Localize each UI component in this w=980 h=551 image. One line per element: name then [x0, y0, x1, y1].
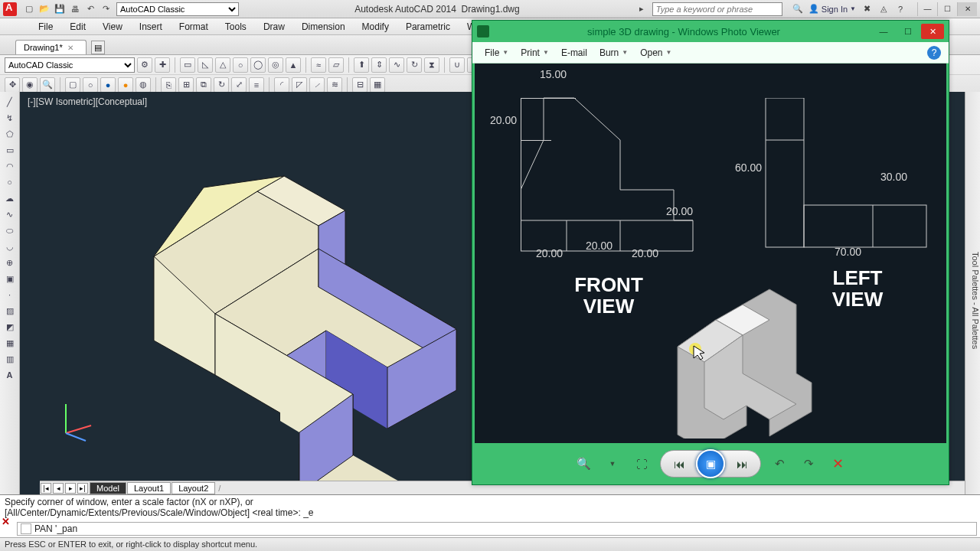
tool-palettes-bar[interactable]: Tool Palettes - All Palettes: [965, 92, 980, 494]
loft-icon[interactable]: ⧗: [424, 57, 439, 73]
menu-file[interactable]: File: [31, 20, 60, 34]
pv-menu-email[interactable]: E-mail: [557, 45, 592, 60]
zoom-dropdown-icon[interactable]: ▼: [602, 453, 623, 474]
exchange-icon[interactable]: ✖: [861, 3, 873, 15]
menu-format[interactable]: Format: [172, 20, 216, 34]
menu-insert[interactable]: Insert: [132, 20, 170, 34]
rect-icon[interactable]: ▭: [180, 57, 195, 73]
rotate-cw-icon[interactable]: ↷: [798, 453, 819, 474]
pv-image-area[interactable]: 15.00 20.00 20.00 20.00 20.00 20.00 FRON…: [475, 64, 946, 443]
search-icon[interactable]: 🔍: [792, 3, 804, 15]
circle-icon[interactable]: ○: [3, 175, 17, 189]
tool-icon[interactable]: ⚙: [137, 57, 152, 73]
mirror-icon[interactable]: ⧉: [196, 77, 211, 93]
menu-edit[interactable]: Edit: [62, 20, 93, 34]
presspull-icon[interactable]: ⇕: [371, 57, 387, 73]
tab-layout2[interactable]: Layout2: [172, 482, 215, 494]
stayconnected-icon[interactable]: ◬: [877, 3, 890, 15]
tab-nav-first[interactable]: |◂: [41, 483, 51, 494]
pv-minimize-button[interactable]: —: [872, 24, 895, 39]
undo-icon[interactable]: ↶: [84, 3, 96, 15]
line-icon[interactable]: ╱: [3, 95, 17, 109]
sphere-blue-icon[interactable]: ●: [100, 77, 116, 93]
ellipse-icon[interactable]: ⬭: [3, 223, 17, 237]
command-input[interactable]: PAN '_pan: [17, 522, 977, 536]
extrude-icon[interactable]: ⬆: [354, 57, 369, 73]
planar-icon[interactable]: ▱: [328, 57, 344, 73]
save-icon[interactable]: 💾: [54, 3, 66, 15]
fillet-icon[interactable]: ◜: [274, 77, 289, 93]
pv-menu-open[interactable]: Open▼: [635, 45, 676, 60]
menu-tools[interactable]: Tools: [217, 20, 254, 34]
table-icon[interactable]: ▥: [3, 352, 17, 366]
menu-dimension[interactable]: Dimension: [294, 20, 353, 34]
chamfer-icon[interactable]: ◸: [292, 77, 307, 93]
signin-button[interactable]: 👤Sign In▼: [808, 4, 856, 14]
slideshow-button[interactable]: ▣: [696, 449, 725, 478]
pv-menu-file[interactable]: File▼: [480, 45, 513, 60]
document-tab[interactable]: Drawing1* ✕: [15, 40, 87, 54]
caret-icon[interactable]: ▸: [635, 3, 648, 15]
wedge-icon[interactable]: ◺: [198, 57, 213, 73]
menu-draw[interactable]: Draw: [256, 20, 292, 34]
fit-icon[interactable]: ⛶: [631, 453, 652, 474]
arc-icon[interactable]: ◠: [3, 159, 17, 173]
thicken-icon[interactable]: ≋: [327, 77, 342, 93]
maximize-button[interactable]: ☐: [937, 2, 957, 16]
pv-menu-print[interactable]: Print▼: [516, 45, 554, 60]
union-icon[interactable]: ∪: [449, 57, 465, 73]
open-icon[interactable]: 📂: [38, 3, 51, 15]
align-icon[interactable]: ≡: [249, 77, 264, 93]
spline-icon[interactable]: ∿: [3, 207, 17, 221]
helix-icon[interactable]: ≈: [311, 57, 326, 73]
rotate-icon[interactable]: ↻: [214, 77, 229, 93]
gradient-icon[interactable]: ◩: [3, 320, 17, 334]
pv-menu-burn[interactable]: Burn▼: [595, 45, 632, 60]
revcloud-icon[interactable]: ☁: [3, 191, 17, 205]
next-icon[interactable]: ⏭: [731, 453, 753, 474]
delete-icon[interactable]: ✕: [827, 453, 848, 474]
close-button[interactable]: ✕: [957, 2, 977, 16]
tab-nav-last[interactable]: ▸|: [77, 483, 88, 494]
workspace-select[interactable]: AutoCAD Classic: [116, 2, 239, 16]
misc-icon[interactable]: ◍: [136, 77, 151, 93]
insert-icon[interactable]: ⊕: [3, 256, 17, 269]
rotate-ccw-icon[interactable]: ↶: [769, 453, 790, 474]
pv-help-icon[interactable]: ?: [927, 46, 941, 60]
tab-model[interactable]: Model: [90, 482, 126, 494]
slice-icon[interactable]: ⟋: [309, 77, 325, 93]
close-tab-icon[interactable]: ✕: [67, 44, 74, 52]
rectangle-icon[interactable]: ▭: [3, 143, 17, 157]
help-icon[interactable]: ?: [894, 3, 906, 15]
revolve-icon[interactable]: ↻: [407, 57, 422, 73]
plot-icon[interactable]: 🖶: [69, 3, 81, 15]
region-icon[interactable]: ▦: [3, 336, 17, 350]
array-icon[interactable]: ⊞: [178, 77, 194, 93]
close-commandline-icon[interactable]: ✕: [2, 517, 10, 527]
new-tab-button[interactable]: ▤: [91, 41, 105, 54]
polygon-icon[interactable]: ⬠: [3, 127, 17, 141]
prev-icon[interactable]: ⏮: [668, 453, 690, 474]
help-search-input[interactable]: [652, 2, 782, 16]
scale-icon[interactable]: ⤢: [231, 77, 247, 93]
minimize-button[interactable]: —: [917, 2, 937, 16]
circle-icon[interactable]: ○: [83, 77, 98, 93]
section-icon[interactable]: ⊟: [352, 77, 368, 93]
hatch-icon[interactable]: ▨: [3, 304, 17, 318]
block-icon[interactable]: ▣: [3, 272, 17, 285]
copy-icon[interactable]: ⎘: [161, 77, 176, 93]
tab-nav-next[interactable]: ▸: [65, 483, 76, 494]
orbit-icon[interactable]: ◉: [22, 77, 38, 93]
cyl-icon[interactable]: ◯: [250, 57, 266, 73]
sphere-icon[interactable]: ○: [233, 57, 248, 73]
pyramid-icon[interactable]: ▲: [286, 57, 301, 73]
sweep-icon[interactable]: ∿: [389, 57, 404, 73]
pv-close-button[interactable]: ✕: [921, 24, 944, 39]
tab-nav-prev[interactable]: ◂: [53, 483, 64, 494]
box-icon[interactable]: ▢: [65, 77, 80, 93]
zoom-icon[interactable]: 🔍: [573, 453, 594, 474]
ellipsearc-icon[interactable]: ◡: [3, 240, 17, 253]
polyline-icon[interactable]: ↯: [3, 111, 17, 125]
tool-icon[interactable]: ✚: [155, 57, 170, 73]
menu-view[interactable]: View: [95, 20, 130, 34]
